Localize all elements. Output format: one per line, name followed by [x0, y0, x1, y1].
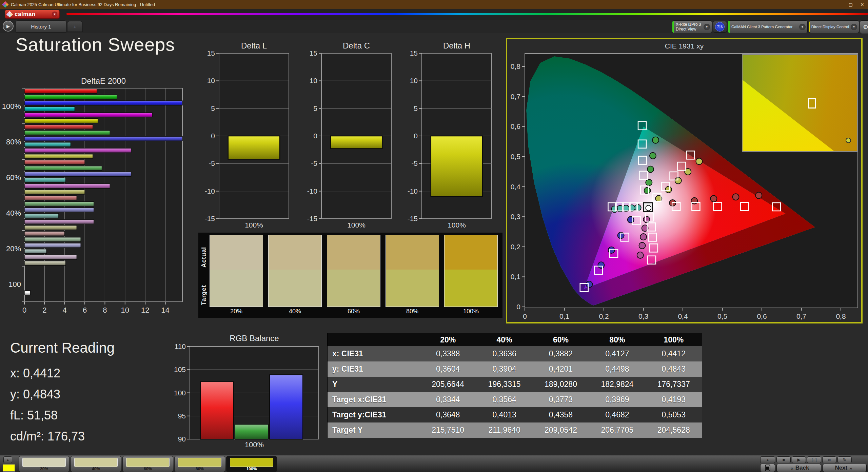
pattern-swatch	[178, 458, 221, 467]
current-reading-x: x: 0,4412	[10, 366, 60, 380]
minimize-button[interactable]: –	[833, 0, 845, 9]
chevron-down-icon: ▼	[52, 12, 57, 17]
svg-text:10: 10	[410, 77, 418, 84]
pattern-button-20%[interactable]: 20%	[19, 456, 70, 472]
rainbow-divider	[66, 13, 868, 15]
pattern-expand-arrow-icon[interactable]: ▲	[3, 456, 12, 463]
table-value-cell: 0,4682	[589, 407, 645, 422]
pattern-button-80%[interactable]: 80%	[174, 456, 225, 472]
svg-text:0,4: 0,4	[678, 312, 688, 320]
svg-text:100%: 100%	[2, 102, 21, 111]
svg-text:15: 15	[310, 49, 317, 57]
back-button[interactable]: « Back	[776, 464, 821, 472]
svg-text:0,8: 0,8	[836, 312, 846, 320]
pattern-swatch	[74, 458, 118, 467]
svg-text:100%: 100%	[245, 440, 264, 448]
pattern-toolbar: ▲ 20%40%60%80%100% ▲ ■▶[··]∞↻ « Back Nex…	[0, 455, 868, 472]
svg-text:100%: 100%	[448, 221, 466, 228]
window-title: Calman 2025 Calman Ultimate for Business…	[11, 2, 155, 7]
svg-text:-10: -10	[408, 187, 418, 195]
settings-gear-icon[interactable]: ⚙	[860, 20, 868, 34]
current-reading-title: Current Reading	[10, 340, 115, 356]
table-value-cell: 0,3969	[589, 392, 645, 407]
display-control-dropdown[interactable]: Direct Display Control ▼	[809, 20, 859, 33]
svg-text:15: 15	[410, 49, 418, 57]
transport-play-icon[interactable]: ▶	[792, 456, 806, 463]
meter-counter-badge[interactable]: 716	[713, 21, 727, 33]
table-value-cell: 196,3315	[476, 377, 532, 392]
session-play-icon[interactable]: ▶	[3, 21, 14, 32]
svg-text:12: 12	[141, 306, 149, 314]
svg-text:80%: 80%	[6, 138, 21, 146]
table-value-cell: 211,9640	[476, 422, 532, 438]
svg-text:100%: 100%	[245, 221, 263, 228]
swatch-actual	[210, 235, 263, 270]
pattern-label: 80%	[175, 467, 225, 471]
cie-zoom-inset	[742, 54, 858, 152]
table-row-label: y: CIE31	[328, 361, 420, 377]
transport-pattern-window-icon[interactable]: [··]	[807, 456, 821, 463]
table-value-cell: 0,3882	[533, 346, 589, 361]
pattern-window-button[interactable]	[760, 464, 775, 472]
maximize-button[interactable]: ▢	[845, 0, 856, 9]
calman-brand-label: calman	[15, 11, 36, 18]
delta-l-chart: 151050-5-10-15Delta L100%	[197, 42, 309, 228]
swatch-actual	[327, 235, 380, 270]
table-value-cell: 215,7510	[420, 422, 476, 438]
table-value-cell: 0,4193	[646, 392, 702, 407]
rgb-balance-chart: 1101051009590RGB Balance100%	[171, 335, 326, 448]
svg-text:0,1: 0,1	[559, 312, 569, 320]
svg-text:-10: -10	[205, 187, 215, 195]
swatch-row-label-actual: Actual	[200, 239, 209, 275]
svg-text:0,6: 0,6	[757, 312, 767, 320]
calman-app-window: Calman 2025 Calman Ultimate for Business…	[0, 0, 868, 472]
swatch-label: 60%	[327, 308, 380, 315]
table-column-header: 100%	[646, 333, 702, 346]
current-reading-cdm2: cd/m²: 176,73	[10, 429, 85, 444]
current-pattern-swatch	[3, 464, 15, 472]
swatch-100%	[445, 235, 497, 307]
table-value-cell: 0,4127	[589, 346, 645, 361]
table-value-cell: 0,4358	[533, 407, 589, 422]
transport-stop-icon[interactable]: ■	[776, 456, 791, 463]
table-value-cell: 0,3648	[420, 407, 476, 422]
svg-text:0: 0	[22, 306, 26, 314]
transport-refresh-icon[interactable]: ↻	[837, 456, 852, 463]
table-value-cell: 0,3773	[533, 392, 589, 407]
next-button[interactable]: Next »	[823, 464, 867, 472]
tab-history-1[interactable]: History 1	[16, 20, 66, 33]
svg-text:Delta H: Delta H	[443, 42, 470, 50]
add-tab-button[interactable]: +	[67, 21, 83, 32]
table-value-cell: 0,3564	[476, 392, 532, 407]
close-button[interactable]: ✕	[856, 0, 868, 9]
table-row-label: Target x:CIE31	[328, 392, 420, 407]
svg-text:0,5: 0,5	[717, 312, 727, 320]
table-value-cell: 0,4498	[589, 361, 645, 377]
pattern-button-40%[interactable]: 40%	[71, 456, 121, 472]
svg-text:10: 10	[121, 306, 129, 314]
svg-text:2: 2	[42, 306, 46, 314]
cie-1931-panel[interactable]: CIE 1931 xy 00,10,20,30,40,50,60,70,800,…	[506, 38, 863, 323]
svg-text:0,8: 0,8	[511, 62, 520, 70]
current-reading-fl: fL: 51,58	[10, 408, 58, 422]
transport-loop-infinite-icon[interactable]: ∞	[822, 456, 836, 463]
chevron-down-icon: ▼	[799, 24, 806, 30]
pattern-generator-dropdown[interactable]: CalMAN Client 3 Pattern Generator ▼	[728, 20, 808, 33]
table-value-cell: 205,6644	[420, 377, 476, 392]
svg-text:0,1: 0,1	[511, 273, 520, 280]
table-value-cell: 0,4412	[646, 346, 702, 361]
calman-logo-icon	[7, 12, 13, 17]
swatch-label: 80%	[386, 308, 439, 315]
calman-menu-button[interactable]: calman ▼	[5, 10, 60, 19]
svg-text:100: 100	[8, 280, 21, 289]
swatch-target	[445, 270, 497, 307]
pattern-button-100%[interactable]: 100%	[226, 456, 277, 472]
svg-text:-15: -15	[408, 215, 418, 222]
measurement-table: 20%40%60%80%100%x: CIE310,33880,36360,38…	[328, 333, 702, 438]
meter-label: X-Rite i1Pro 3Direct View	[674, 22, 703, 32]
svg-text:15: 15	[207, 49, 215, 57]
transport-expand-arrow-icon[interactable]: ▲	[760, 456, 775, 463]
meter-dropdown[interactable]: X-Rite i1Pro 3Direct View ▼	[672, 20, 712, 33]
swatch-label: 20%	[210, 308, 263, 315]
pattern-button-60%[interactable]: 60%	[122, 456, 173, 472]
